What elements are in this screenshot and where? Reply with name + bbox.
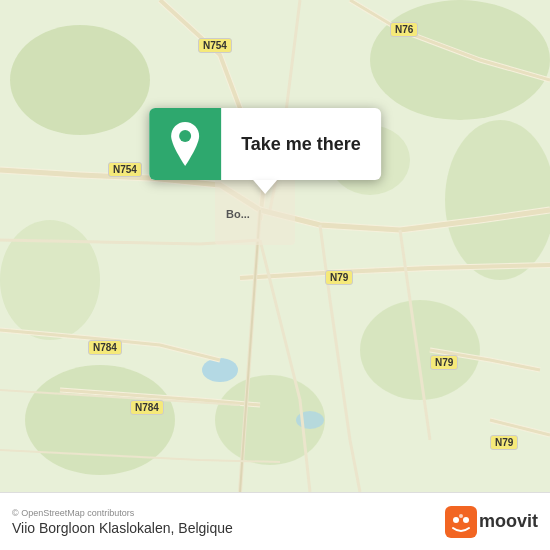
location-pin-icon [167,122,203,166]
svg-point-17 [459,514,463,518]
svg-point-15 [453,517,459,523]
bottom-left: © OpenStreetMap contributors Viio Borglo… [12,508,233,536]
road-label-n784-1: N784 [88,340,122,355]
moovit-logo[interactable]: moovit [445,506,538,538]
moovit-icon [445,506,477,538]
map-roads-svg: Bo... [0,0,550,492]
moovit-text: moovit [479,511,538,532]
bottom-bar: © OpenStreetMap contributors Viio Borglo… [0,492,550,550]
popup-label: Take me there [221,134,381,155]
svg-point-4 [360,300,480,400]
road-label-n754-top: N754 [198,38,232,53]
location-popup[interactable]: Take me there [149,108,381,194]
road-label-n79-mid: N79 [325,270,353,285]
road-label-n79-bot1: N79 [430,355,458,370]
road-label-n784-2: N784 [130,400,164,415]
road-label-n79-bot2: N79 [490,435,518,450]
place-name: Viio Borgloon Klaslokalen, Belgique [12,520,233,536]
svg-point-3 [445,120,550,280]
svg-point-1 [10,25,150,135]
svg-point-7 [0,220,100,340]
road-label-n76: N76 [390,22,418,37]
svg-point-16 [463,517,469,523]
map-background: Bo... N754 N76 N754 N79 N784 N784 N79 N7… [0,0,550,492]
popup-icon-area [149,108,221,180]
road-label-n754-mid: N754 [108,162,142,177]
svg-point-9 [202,358,238,382]
svg-rect-14 [445,506,477,538]
app: Bo... N754 N76 N754 N79 N784 N784 N79 N7… [0,0,550,550]
popup-box[interactable]: Take me there [149,108,381,180]
svg-point-13 [179,130,191,142]
attribution: © OpenStreetMap contributors [12,508,233,518]
svg-point-2 [370,0,550,120]
map-container[interactable]: Bo... N754 N76 N754 N79 N784 N784 N79 N7… [0,0,550,492]
svg-text:Bo...: Bo... [226,208,250,220]
popup-tail [253,180,277,194]
